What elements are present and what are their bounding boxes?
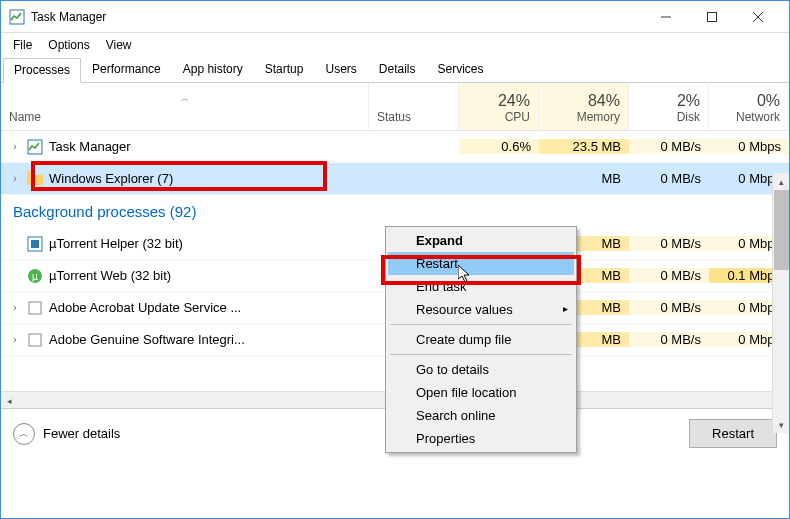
mem-value: MB xyxy=(539,171,629,186)
mem-value: 23.5 MB xyxy=(539,139,629,154)
app-icon xyxy=(27,300,43,316)
vertical-scrollbar[interactable]: ▴ ▾ xyxy=(772,173,789,433)
process-name: Adobe Genuine Software Integri... xyxy=(49,332,245,347)
column-header: ︿ Name Status 24% CPU 84% Memory 2% Disk… xyxy=(1,83,789,131)
tab-details[interactable]: Details xyxy=(368,57,427,82)
tab-performance[interactable]: Performance xyxy=(81,57,172,82)
col-network-label: Network xyxy=(736,110,780,124)
restart-button[interactable]: Restart xyxy=(689,419,777,448)
sort-indicator-icon: ︿ xyxy=(9,93,360,110)
network-percent: 0% xyxy=(757,92,780,110)
titlebar: Task Manager xyxy=(1,1,789,33)
scroll-down-icon[interactable]: ▾ xyxy=(773,416,790,433)
tab-app-history[interactable]: App history xyxy=(172,57,254,82)
expand-icon[interactable]: › xyxy=(9,302,21,313)
ctx-separator xyxy=(390,324,572,325)
ctx-search-online[interactable]: Search online xyxy=(388,404,574,427)
disk-value: 0 MB/s xyxy=(629,139,709,154)
col-cpu[interactable]: 24% CPU xyxy=(459,83,539,130)
tab-services[interactable]: Services xyxy=(427,57,495,82)
scroll-left-icon[interactable]: ◂ xyxy=(1,392,18,409)
maximize-button[interactable] xyxy=(689,2,735,32)
ctx-open-location[interactable]: Open file location xyxy=(388,381,574,404)
table-row[interactable]: › Task Manager 0.6% 23.5 MB 0 MB/s 0 Mbp… xyxy=(1,131,789,163)
disk-value: 0 MB/s xyxy=(629,171,709,186)
submenu-arrow-icon: ▸ xyxy=(563,303,568,314)
col-disk[interactable]: 2% Disk xyxy=(629,83,709,130)
expand-icon[interactable]: › xyxy=(9,334,21,345)
ctx-create-dump[interactable]: Create dump file xyxy=(388,328,574,351)
col-status-label: Status xyxy=(377,110,450,124)
menubar: File Options View xyxy=(1,33,789,57)
process-name: Windows Explorer (7) xyxy=(49,171,173,186)
menu-options[interactable]: Options xyxy=(40,36,97,54)
app-icon xyxy=(27,332,43,348)
minimize-button[interactable] xyxy=(643,2,689,32)
cpu-percent: 24% xyxy=(498,92,530,110)
col-memory-label: Memory xyxy=(577,110,620,124)
col-name-label: Name xyxy=(9,110,360,124)
chevron-up-icon: ︿ xyxy=(13,423,35,445)
ctx-resource-values[interactable]: Resource values ▸ xyxy=(388,298,574,321)
svg-rect-2 xyxy=(708,12,717,21)
disk-value: 0 MB/s xyxy=(629,236,709,251)
ctx-end-task[interactable]: End task xyxy=(388,275,574,298)
fewer-details-label: Fewer details xyxy=(43,426,120,441)
process-name: Adobe Acrobat Update Service ... xyxy=(49,300,241,315)
col-cpu-label: CPU xyxy=(505,110,530,124)
expand-icon[interactable]: › xyxy=(9,173,21,184)
group-header: Background processes (92) xyxy=(1,195,789,228)
process-name: µTorrent Helper (32 bit) xyxy=(49,236,183,251)
scroll-thumb[interactable] xyxy=(774,190,789,270)
memory-percent: 84% xyxy=(588,92,620,110)
col-disk-label: Disk xyxy=(677,110,700,124)
expand-icon[interactable]: › xyxy=(9,141,21,152)
menu-view[interactable]: View xyxy=(98,36,140,54)
ctx-properties[interactable]: Properties xyxy=(388,427,574,450)
process-name: µTorrent Web (32 bit) xyxy=(49,268,171,283)
ctx-expand[interactable]: Expand xyxy=(388,229,574,252)
net-value: 0 Mbps xyxy=(709,139,789,154)
app-icon xyxy=(27,236,43,252)
close-button[interactable] xyxy=(735,2,781,32)
svg-rect-14 xyxy=(29,334,41,346)
disk-value: 0 MB/s xyxy=(629,300,709,315)
tabs: Processes Performance App history Startu… xyxy=(1,57,789,83)
tab-processes[interactable]: Processes xyxy=(3,58,81,83)
svg-rect-7 xyxy=(27,175,43,185)
disk-value: 0 MB/s xyxy=(629,268,709,283)
task-manager-icon xyxy=(9,9,25,25)
menu-file[interactable]: File xyxy=(5,36,40,54)
scroll-up-icon[interactable]: ▴ xyxy=(773,173,790,190)
ctx-separator xyxy=(390,354,572,355)
svg-rect-10 xyxy=(31,240,39,248)
cursor-icon xyxy=(458,265,474,285)
folder-icon xyxy=(27,171,43,187)
ctx-restart[interactable]: Restart xyxy=(388,252,574,275)
context-menu: Expand Restart End task Resource values … xyxy=(385,226,577,453)
window-title: Task Manager xyxy=(31,10,643,24)
col-network[interactable]: 0% Network xyxy=(709,83,789,130)
ctx-resource-values-label: Resource values xyxy=(416,302,513,317)
col-memory[interactable]: 84% Memory xyxy=(539,83,629,130)
col-name[interactable]: ︿ Name xyxy=(1,83,369,130)
tab-startup[interactable]: Startup xyxy=(254,57,315,82)
process-name: Task Manager xyxy=(49,139,131,154)
cpu-value: 0.6% xyxy=(459,139,539,154)
app-icon xyxy=(27,139,43,155)
tab-users[interactable]: Users xyxy=(314,57,367,82)
app-icon: µ xyxy=(27,268,43,284)
fewer-details[interactable]: ︿ Fewer details xyxy=(13,423,120,445)
ctx-go-details[interactable]: Go to details xyxy=(388,358,574,381)
svg-text:µ: µ xyxy=(32,271,38,282)
disk-percent: 2% xyxy=(677,92,700,110)
col-status[interactable]: Status xyxy=(369,83,459,130)
svg-rect-13 xyxy=(29,302,41,314)
svg-rect-8 xyxy=(27,171,34,176)
disk-value: 0 MB/s xyxy=(629,332,709,347)
table-row-selected[interactable]: › Windows Explorer (7) MB 0 MB/s 0 Mbps xyxy=(1,163,789,195)
